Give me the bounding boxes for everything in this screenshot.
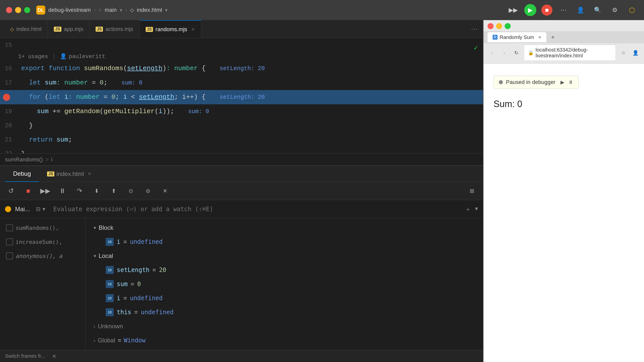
branch-name[interactable]: main [105, 7, 117, 13]
browser-maximize-btn[interactable] [505, 23, 511, 29]
global-section-header[interactable]: › Global = Window [86, 333, 483, 347]
var-row-setlength: 10 setLength = 20 [86, 263, 483, 277]
deactivate-breakpoints-btn[interactable]: ⊘ [142, 185, 154, 197]
var-val-sum: 0 [137, 281, 141, 288]
search-btn[interactable]: 🔍 [592, 4, 604, 16]
layout-btn[interactable]: ⊞ [466, 185, 478, 197]
kw-function: function [49, 65, 84, 72]
code-editor[interactable]: ✓ 15 1+ usages | 👤 pauleveritt 16 export… [0, 38, 483, 153]
punct-19c: )); [163, 108, 174, 115]
debug-stop-btn[interactable]: ■ [541, 5, 552, 16]
tab-randoms-mjs[interactable]: JS randoms.mjs ✕ [140, 20, 202, 38]
step-into-btn[interactable]: ⬇ [91, 185, 103, 197]
fn-getmultiplier: getMultiplier [104, 108, 155, 115]
switch-frames-close[interactable]: ✕ [52, 353, 56, 359]
continue-btn[interactable]: ▶▶ [39, 185, 51, 197]
extension-btn[interactable]: ⬡ [626, 4, 638, 16]
breadcrumb-func[interactable]: sumRandoms() [5, 156, 43, 163]
thread-filter[interactable]: ⊟ ▾ [36, 206, 45, 212]
tab-app-mjs[interactable]: JS app.mjs [48, 20, 90, 38]
var-eq-setlength: = [152, 266, 156, 274]
settings-btn[interactable]: ⚙ [609, 4, 621, 16]
step-out-btn[interactable]: ⬆ [108, 185, 120, 197]
step-over-btn[interactable]: ↷ [73, 185, 86, 197]
app-name[interactable]: debug-livestream [48, 7, 91, 13]
var-icon-sum: 10 [106, 280, 114, 288]
switch-frames-label[interactable]: Switch frames fr... [5, 353, 45, 359]
tab-more-btn[interactable]: ⋯ [466, 25, 483, 33]
local-section-label: Local [99, 252, 113, 259]
tab-actions-mjs[interactable]: JS actions.mjs [90, 20, 140, 38]
thread-name[interactable]: Mai... [15, 206, 30, 213]
debug-tab-close[interactable]: ✕ [88, 171, 91, 177]
kw-let-17: let [29, 79, 45, 86]
browser-forward-btn[interactable]: › [500, 48, 509, 57]
file-chevron-icon[interactable]: ▾ [165, 7, 168, 13]
editor-pane: ◇ index.html JS app.mjs JS actions.mjs J… [0, 20, 483, 362]
var-eq-i-local: = [123, 295, 127, 302]
var-row-this: 10 this = undefined [86, 305, 483, 319]
call-stack-item-sumrandoms[interactable]: sumRandoms(), [0, 221, 85, 235]
code-line-19: 19 sum += getRandom(getMultiplier(i)); s… [0, 104, 483, 119]
expand-list-icon[interactable]: ▾ [475, 205, 478, 213]
main-area: ◇ index.html JS app.mjs JS actions.mjs J… [0, 20, 644, 362]
bottom-status-bar: Switch frames fr... ✕ [0, 350, 483, 362]
line-num-16: 16 [0, 62, 18, 76]
eval-expression-input[interactable] [53, 206, 461, 213]
file-icon: ◇ [130, 7, 134, 13]
debugger-resume-icon[interactable]: ▶ [560, 79, 564, 85]
block-section-header[interactable]: ▾ Block [86, 221, 483, 235]
debug-run-btn[interactable]: ▶ [524, 4, 536, 16]
pause-btn[interactable]: ⏸ [56, 185, 68, 197]
tab-index-html-debug[interactable]: JS index.html ✕ [39, 166, 99, 182]
paused-label: Paused in debugger [506, 79, 555, 85]
stop-debug-btn[interactable]: ■ [22, 185, 34, 197]
call-stack-item-anonymous[interactable]: anonymous(), a [0, 249, 85, 263]
tab-close-randoms[interactable]: ✕ [191, 27, 195, 32]
tab-debug[interactable]: Debug [5, 166, 39, 182]
debug-tab-index-label: index.html [56, 170, 84, 177]
minimize-traffic-light[interactable] [15, 7, 21, 13]
file-tab-name[interactable]: index.html [137, 7, 162, 13]
browser-close-btn[interactable] [488, 23, 494, 29]
local-section-header[interactable]: ▾ Local [86, 249, 483, 263]
var-icon-this: 10 [106, 308, 114, 316]
punct-for-paren: ( [45, 93, 49, 101]
thread-status-dot [5, 206, 11, 212]
tab-index-html[interactable]: ◇ index.html [4, 20, 48, 38]
browser-minimize-btn[interactable] [496, 23, 502, 29]
restart-debug-btn[interactable]: ↺ [5, 185, 17, 197]
browser-back-btn[interactable]: ‹ [488, 48, 497, 57]
line-num-19: 19 [0, 105, 18, 119]
var-eq-i-block: = [123, 238, 127, 245]
debugger-pause-icon[interactable]: ⏸ [568, 79, 573, 85]
unknown-arrow-icon: › [94, 324, 95, 329]
browser-tab-close[interactable]: ✕ [538, 35, 541, 40]
close-traffic-light[interactable] [6, 7, 12, 13]
line-content-18: for (let i: number = 0; i < setLength; i… [18, 90, 478, 104]
kw-for: for [29, 93, 45, 101]
call-stack-item-increasesum[interactable]: increaseSum(), [0, 235, 85, 249]
branch-chevron-icon[interactable]: ▾ [120, 7, 122, 13]
add-watch-icon[interactable]: ＋ [465, 205, 471, 213]
run-icon-btn[interactable]: ▶▶ [507, 4, 519, 16]
fn-sumrandoms: sumRandoms [84, 65, 123, 72]
var-val-setlength: 20 [159, 266, 166, 274]
more-options-btn[interactable]: ⋯ [557, 4, 570, 16]
breakpoints-btn[interactable]: ⊙ [125, 185, 137, 197]
call-stack-label-1: sumRandoms(), [16, 225, 59, 231]
user-btn[interactable]: 👤 [575, 4, 587, 16]
debug-toolbar-more[interactable]: ✕ [159, 185, 171, 197]
maximize-traffic-light[interactable] [24, 7, 30, 13]
line-hint-18: setLength: 20 [220, 94, 265, 101]
var-sum-19: sum [37, 108, 49, 115]
unknown-section-header[interactable]: › Unknown [86, 319, 483, 333]
browser-account-btn[interactable]: 👤 [631, 48, 640, 57]
breakpoint-18 [3, 94, 10, 101]
debug-tab-js-icon: JS [47, 171, 55, 176]
browser-refresh-btn[interactable]: ↻ [512, 48, 521, 57]
browser-bookmark-btn[interactable]: ☆ [619, 48, 628, 57]
browser-url-bar[interactable]: 🔒 localhost:63342/debug-livestream/index… [524, 45, 616, 61]
browser-new-tab-btn[interactable]: + [548, 33, 557, 42]
browser-tab-randomly-sum[interactable]: R Randomly Sum ✕ [488, 32, 546, 42]
